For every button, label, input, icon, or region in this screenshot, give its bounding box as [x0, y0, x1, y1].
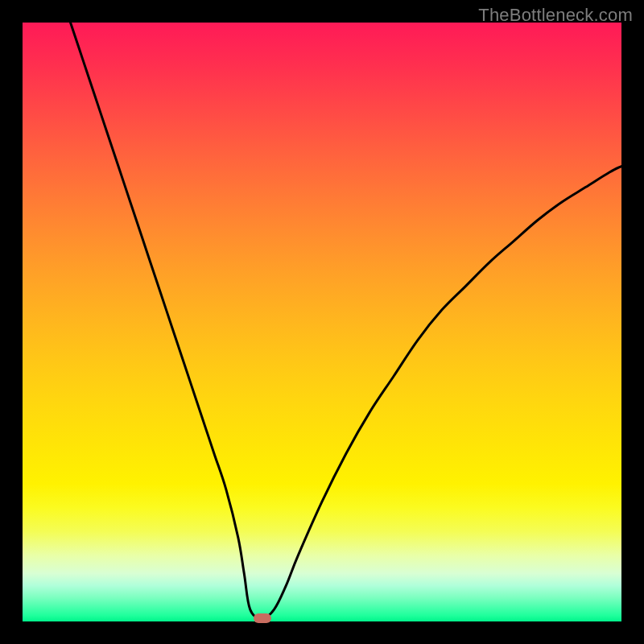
curve-svg [23, 23, 621, 621]
plot-area [23, 23, 621, 621]
optimal-marker [254, 613, 271, 623]
bottleneck-curve-path [71, 23, 621, 618]
watermark-text: TheBottleneck.com [478, 5, 633, 26]
chart-frame: TheBottleneck.com [0, 0, 644, 644]
